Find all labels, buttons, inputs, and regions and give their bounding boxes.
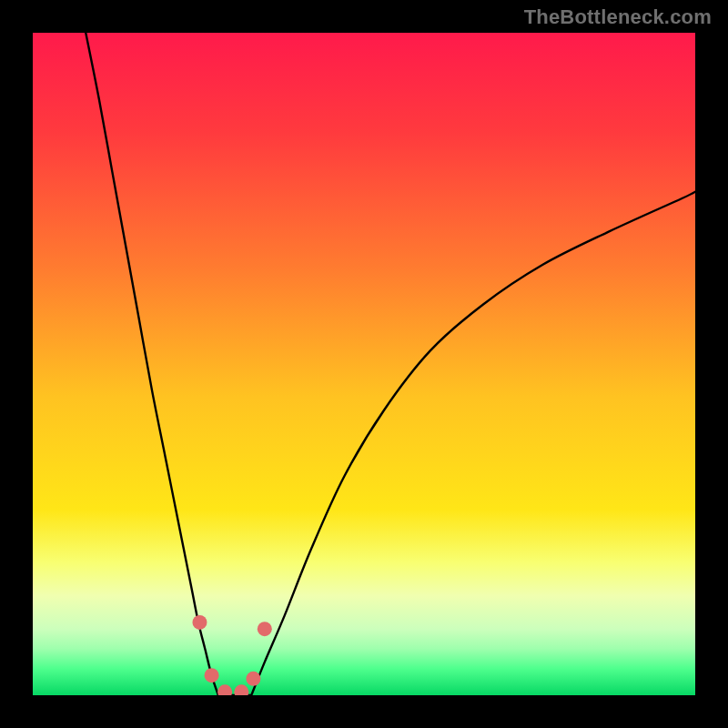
plot-area	[33, 33, 695, 695]
background-gradient	[33, 33, 695, 695]
chart-frame: TheBottleneck.com	[0, 0, 728, 728]
watermark-text: TheBottleneck.com	[524, 5, 712, 29]
svg-rect-0	[33, 33, 695, 695]
